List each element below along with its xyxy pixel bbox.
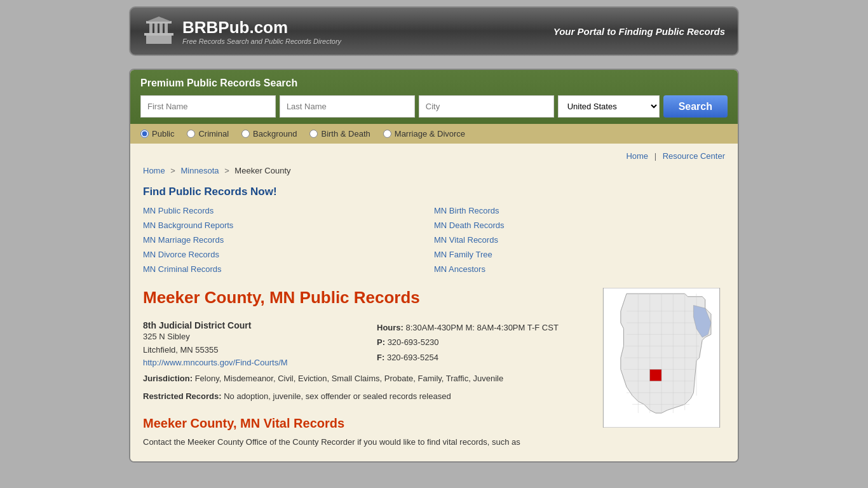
svg-rect-24 (650, 369, 661, 381)
search-panel: Premium Public Records Search United Sta… (130, 70, 738, 144)
mn-ancestors-link[interactable]: MN Ancestors (434, 263, 725, 275)
main-wrapper: Premium Public Records Search United Sta… (0, 62, 868, 475)
radio-background[interactable]: Background (241, 129, 297, 139)
logo-area: BRBPub.com Free Records Search and Publi… (143, 15, 341, 47)
svg-rect-3 (154, 23, 158, 33)
svg-rect-2 (149, 23, 153, 33)
map-area (598, 288, 725, 449)
restricted-value: No adoption, juvenile, sex offender or s… (224, 391, 451, 401)
court-hours: Hours: 8:30AM-430PM M: 8AM-4:30PM T-F CS… (377, 320, 585, 335)
minnesota-map (598, 288, 725, 428)
mn-vital-records-link[interactable]: MN Vital Records (434, 234, 725, 246)
home-link[interactable]: Home (626, 151, 648, 161)
mn-divorce-records-link[interactable]: MN Divorce Records (143, 248, 434, 261)
main-text: Meeker County, MN Public Records 8th Jud… (143, 288, 585, 449)
records-section: Find Public Records Now! MN Public Recor… (143, 186, 725, 275)
building-icon (143, 15, 175, 47)
restricted-line: Restricted Records: No adoption, juvenil… (143, 390, 585, 403)
mn-death-records-link[interactable]: MN Death Records (434, 219, 725, 231)
court-address-line2: Litchfield, MN 55355 (143, 344, 351, 357)
vital-records-title: Meeker County, MN Vital Records (143, 416, 585, 431)
logo-title: BRBPub.com (182, 18, 341, 37)
court-left: 8th Judicial District Court 325 N Sibley… (143, 320, 351, 367)
header-box: BRBPub.com Free Records Search and Publi… (129, 6, 739, 56)
restricted-label: Restricted Records: (143, 391, 222, 401)
records-section-title: Find Public Records Now! (143, 186, 725, 198)
svg-rect-0 (146, 34, 172, 44)
court-info-row: 8th Judicial District Court 325 N Sibley… (143, 320, 585, 367)
phone-value: 320-693-5230 (388, 337, 439, 347)
hours-value: 8:30AM-430PM M: 8AM-4:30PM T-F CST (406, 323, 559, 332)
fax-value: 320-693-5254 (387, 353, 438, 362)
jurisdiction-line: Jurisdiction: Felony, Misdemeanor, Civil… (143, 372, 585, 386)
court-fax: F: 320-693-5254 (377, 350, 585, 365)
mn-criminal-records-link[interactable]: MN Criminal Records (143, 263, 434, 275)
first-name-input[interactable] (140, 95, 276, 118)
radio-birth-death[interactable]: Birth & Death (309, 129, 370, 139)
court-info: 8th Judicial District Court 325 N Sibley… (143, 320, 585, 403)
svg-rect-5 (165, 23, 168, 33)
mn-marriage-records-link[interactable]: MN Marriage Records (143, 234, 434, 246)
city-input[interactable] (419, 95, 554, 118)
mn-birth-records-link[interactable]: MN Birth Records (434, 205, 725, 217)
content-area: Home | Resource Center Home > Minnesota … (130, 144, 738, 461)
svg-rect-1 (144, 33, 173, 36)
fax-label: F: (377, 353, 384, 362)
breadcrumb: Home > Minnesota > Meeker County (143, 166, 725, 175)
radio-public[interactable]: Public (140, 129, 174, 139)
hours-label: Hours: (377, 323, 403, 332)
court-name: 8th Judicial District Court (143, 320, 351, 330)
mn-family-tree-link[interactable]: MN Family Tree (434, 248, 725, 261)
breadcrumb-county: Meeker County (234, 166, 290, 175)
content-box: Premium Public Records Search United Sta… (129, 69, 739, 463)
mn-public-records-link[interactable]: MN Public Records (143, 205, 434, 217)
header-tagline: Your Portal to Finding Public Records (553, 26, 725, 37)
svg-marker-7 (146, 17, 172, 22)
mn-background-reports-link[interactable]: MN Background Reports (143, 219, 434, 231)
court-url-link[interactable]: http://www.mncourts.gov/Find-Courts/M (143, 358, 288, 367)
breadcrumb-state[interactable]: Minnesota (181, 166, 219, 175)
last-name-input[interactable] (280, 95, 415, 118)
header-wrapper: BRBPub.com Free Records Search and Publi… (0, 0, 868, 62)
resource-center-link[interactable]: Resource Center (663, 151, 725, 161)
logo-subtitle: Free Records Search and Public Records D… (182, 37, 341, 45)
records-grid: MN Public Records MN Birth Records MN Ba… (143, 205, 725, 275)
page-title: Meeker County, MN Public Records (143, 288, 585, 308)
court-phone: P: 320-693-5230 (377, 335, 585, 349)
search-fields: United States Search (140, 95, 728, 118)
nav-separator: | (654, 151, 656, 161)
country-select[interactable]: United States (558, 95, 660, 118)
radio-row: Public Criminal Background Birth & Death… (130, 124, 738, 144)
jurisdiction-value: Felony, Misdemeanor, Civil, Eviction, Sm… (195, 374, 504, 383)
main-content-area: Meeker County, MN Public Records 8th Jud… (143, 288, 725, 449)
breadcrumb-home[interactable]: Home (143, 166, 165, 175)
top-nav: Home | Resource Center (143, 151, 725, 161)
court-right: Hours: 8:30AM-430PM M: 8AM-4:30PM T-F CS… (377, 320, 585, 365)
jurisdiction-label: Jurisdiction: (143, 374, 193, 383)
vital-records-desc: Contact the Meeker County Office of the … (143, 436, 585, 449)
svg-rect-4 (159, 23, 163, 33)
phone-label: P: (377, 337, 385, 347)
search-panel-title: Premium Public Records Search (140, 78, 728, 89)
logo-text-area: BRBPub.com Free Records Search and Publi… (182, 18, 341, 45)
court-address-line1: 325 N Sibley (143, 330, 351, 344)
search-button[interactable]: Search (663, 95, 728, 118)
radio-criminal[interactable]: Criminal (187, 129, 229, 139)
radio-marriage-divorce[interactable]: Marriage & Divorce (383, 129, 465, 139)
